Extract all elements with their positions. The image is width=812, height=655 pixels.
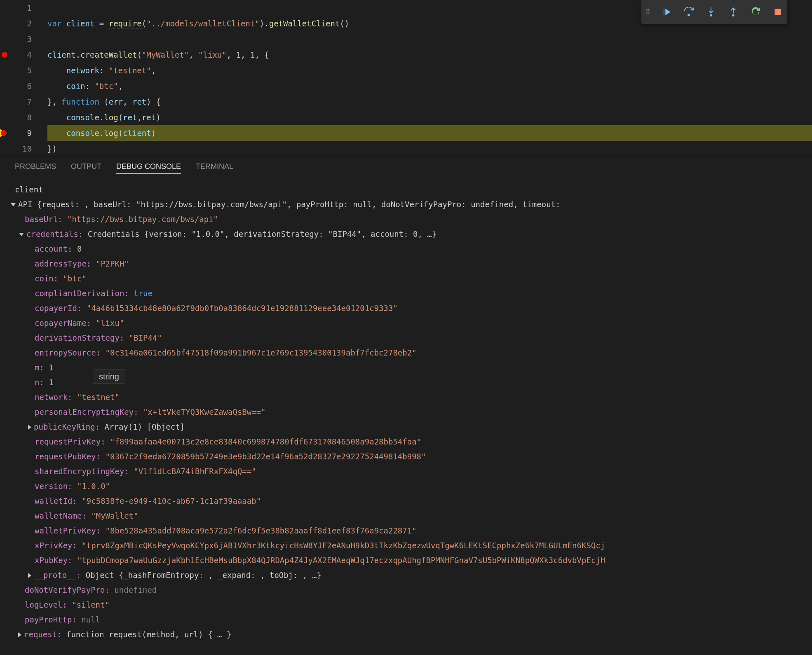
panel-tabs: PROBLEMS OUTPUT DEBUG CONSOLE TERMINAL bbox=[0, 157, 812, 178]
line-number: 10 bbox=[0, 141, 47, 157]
hover-tooltip: string bbox=[93, 370, 125, 384]
line-number: 4 bbox=[0, 47, 47, 63]
console-line[interactable]: personalEncryptingKey: "x+ltVkeTYQ3KweZa… bbox=[2, 405, 812, 419]
code-line[interactable]: console.log(ret,ret) bbox=[47, 110, 812, 125]
breakpoint-icon[interactable] bbox=[1, 130, 7, 136]
console-line[interactable]: baseUrl: "https://bws.bitpay.com/bws/api… bbox=[2, 212, 812, 227]
debug-toolbar[interactable]: ⠿ bbox=[641, 0, 787, 24]
console-line[interactable]: addressType: "P2PKH" bbox=[2, 256, 812, 271]
console-line[interactable]: requestPrivKey: "f899aafaa4e00713c2e8ce8… bbox=[2, 434, 812, 449]
line-number: 3 bbox=[0, 31, 47, 47]
console-line[interactable]: sharedEncryptingKey: "Vlf1dLcBA74iBhFRxF… bbox=[2, 464, 812, 479]
line-number: 7 bbox=[0, 94, 47, 110]
code-line[interactable] bbox=[47, 31, 812, 47]
console-line[interactable]: xPubKey: "tpubDCmopa7waUuGzzjaKbh1EcHBeM… bbox=[2, 553, 812, 568]
tab-problems[interactable]: PROBLEMS bbox=[15, 162, 56, 174]
tab-terminal[interactable]: TERMINAL bbox=[196, 162, 233, 174]
code-line[interactable]: }, function (err, ret) { bbox=[47, 94, 812, 110]
line-number: 2 bbox=[0, 16, 47, 31]
code-line-active[interactable]: console.log(client) bbox=[47, 125, 812, 141]
tab-output[interactable]: OUTPUT bbox=[71, 162, 101, 174]
step-over-button[interactable] bbox=[683, 7, 694, 17]
code-line[interactable]: network: "testnet", bbox=[47, 63, 812, 78]
console-line[interactable]: walletId: "9c5838fe-e949-410c-ab67-1c1af… bbox=[2, 494, 812, 508]
expand-icon[interactable] bbox=[19, 233, 24, 236]
debug-console[interactable]: client API {request: , baseUrl: "https:/… bbox=[0, 178, 812, 655]
expand-icon[interactable] bbox=[11, 203, 16, 206]
console-line[interactable]: payProHttp: null bbox=[2, 612, 812, 627]
line-number: 8 bbox=[0, 110, 47, 125]
drag-handle-icon[interactable]: ⠿ bbox=[645, 8, 650, 16]
code-line[interactable]: }) bbox=[47, 141, 812, 157]
svg-rect-0 bbox=[775, 9, 781, 15]
console-line[interactable]: doNotVerifyPayPro: undefined bbox=[2, 582, 812, 597]
console-line[interactable]: API {request: , baseUrl: "https://bws.bi… bbox=[2, 197, 812, 212]
console-line[interactable]: requestPubKey: "0367c2f9eda6720859b57249… bbox=[2, 449, 812, 464]
stop-button[interactable] bbox=[772, 7, 783, 17]
step-into-button[interactable] bbox=[706, 7, 716, 17]
breakpoint-icon[interactable] bbox=[2, 52, 7, 58]
line-number: 5 bbox=[0, 63, 47, 78]
console-line[interactable]: entropySource: "0c3146a061ed65bf47518f09… bbox=[2, 345, 812, 360]
console-line[interactable]: network: "testnet" bbox=[2, 390, 812, 405]
collapse-icon[interactable] bbox=[18, 632, 21, 637]
collapse-icon[interactable] bbox=[28, 573, 31, 578]
console-line[interactable]: __proto__: Object {_hashFromEntropy: , _… bbox=[2, 568, 812, 582]
tab-debug-console[interactable]: DEBUG CONSOLE bbox=[116, 162, 181, 174]
console-line[interactable]: copayerName: "lixu" bbox=[2, 316, 812, 330]
console-line[interactable]: copayerId: "4a46b15334cb48e80a62f9db0fb0… bbox=[2, 301, 812, 316]
line-number: 1 bbox=[0, 0, 47, 16]
console-line[interactable]: request: function request(method, url) {… bbox=[2, 627, 812, 642]
step-out-button[interactable] bbox=[728, 7, 739, 17]
console-line[interactable]: walletName: "MyWallet" bbox=[2, 508, 812, 523]
line-number: 6 bbox=[0, 78, 47, 94]
console-line[interactable]: walletPrivKey: "8be528a435add708aca9e572… bbox=[2, 523, 812, 538]
restart-button[interactable] bbox=[750, 7, 761, 17]
line-number: 9 bbox=[0, 125, 47, 141]
console-line[interactable]: version: "1.0.0" bbox=[2, 479, 812, 494]
console-line[interactable]: credentials: Credentials {version: "1.0.… bbox=[2, 227, 812, 241]
line-gutter: 1 2 3 4 5 6 7 8 9 10 bbox=[0, 0, 47, 157]
code-line[interactable]: client.createWallet("MyWallet", "lixu", … bbox=[47, 47, 812, 63]
collapse-icon[interactable] bbox=[28, 425, 31, 430]
console-line[interactable]: publicKeyRing: Array(1) [Object] bbox=[2, 419, 812, 434]
console-line[interactable]: compliantDerivation: true bbox=[2, 286, 812, 301]
console-line[interactable]: logLevel: "silent" bbox=[2, 597, 812, 612]
code-line[interactable]: coin: "btc", bbox=[47, 78, 812, 94]
continue-button[interactable] bbox=[661, 7, 672, 17]
console-line[interactable]: xPrivKey: "tprv8ZgxMBicQKsPeyVwqoKCYpx6j… bbox=[2, 538, 812, 553]
console-line[interactable]: derivationStrategy: "BIP44" bbox=[2, 330, 812, 345]
console-line[interactable]: client bbox=[2, 182, 812, 197]
console-line[interactable]: coin: "btc" bbox=[2, 271, 812, 286]
console-line[interactable]: account: 0 bbox=[2, 241, 812, 256]
